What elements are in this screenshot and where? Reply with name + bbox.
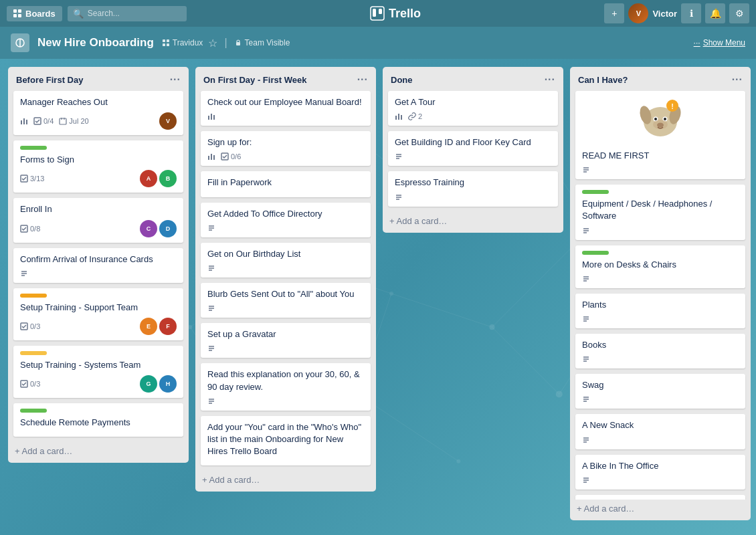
card-title: Get on Our Birthday List: [207, 248, 364, 260]
card-meta: 0/3 GH: [20, 375, 177, 393]
card-meta: [582, 315, 739, 323]
card-meta: [207, 264, 364, 272]
card-title: Setup Training - Systems Team: [20, 359, 177, 371]
column-cards: Manager Reaches Out 0/4 Jul 20 V Forms t…: [8, 91, 189, 442]
settings-button[interactable]: ⚙: [729, 3, 749, 23]
card[interactable]: Forms to Sign 3/13 AB: [13, 140, 183, 193]
card-meta: [207, 344, 364, 352]
card[interactable]: Manager Reaches Out 0/4 Jul 20 V: [13, 91, 183, 135]
column-menu-icon[interactable]: ···: [170, 74, 181, 86]
card[interactable]: Setup Training - Systems Team 0/3 GH: [13, 346, 183, 398]
card-label: [582, 251, 609, 255]
column-menu-icon[interactable]: ···: [357, 74, 368, 86]
mini-avatar: G: [140, 375, 157, 393]
column-title: Can I Have?: [578, 75, 628, 85]
board-title[interactable]: New Hire Onboarding: [37, 36, 154, 49]
card-avatars: GH: [140, 375, 177, 393]
card-title: Get Added To Office Directory: [207, 208, 364, 220]
card-title: Schedule Remote Payments: [20, 417, 177, 429]
card-title: Manager Reaches Out: [20, 96, 177, 108]
search-input[interactable]: [88, 9, 181, 18]
card[interactable]: Sign up for: 0/6: [201, 131, 371, 166]
card-meta: [207, 397, 364, 405]
column-header: On First Day - First Week ···: [195, 67, 376, 91]
board-actions: ··· Show Menu: [694, 38, 745, 47]
card-title: Blurb Gets Sent Out to "All" about You: [207, 288, 364, 300]
card[interactable]: Setup Training - Support Team 0/3 EF: [13, 288, 183, 340]
mini-avatar: D: [159, 220, 177, 237]
mini-avatar: V: [159, 112, 177, 130]
card[interactable]: Enroll In 0/8 CD: [13, 198, 183, 242]
card[interactable]: Fill in Paperwork: [201, 171, 371, 197]
card[interactable]: Set up a Gravatar: [201, 323, 371, 358]
card[interactable]: Schedule Remote Payments: [13, 403, 183, 437]
add-card-button[interactable]: + Add a card…: [8, 442, 189, 463]
description-badge: [582, 315, 590, 323]
card-meta: [582, 166, 739, 174]
card[interactable]: Espresso Training: [388, 171, 558, 206]
column-cards: ! READ ME FIRST Equipment / Desk / Headp…: [570, 91, 751, 500]
card[interactable]: Get on Our Birthday List: [201, 243, 371, 278]
card[interactable]: Read this explanation on your 30, 60, & …: [201, 363, 371, 410]
column-title: Before First Day: [16, 75, 83, 85]
svg-rect-1: [373, 9, 376, 17]
card[interactable]: Equipment / Desk / Headphones / Software: [575, 185, 745, 239]
card-title: A New Snack: [582, 419, 739, 431]
svg-rect-42: [60, 118, 66, 124]
checklist-badge: 0/3: [20, 380, 40, 388]
card-title: Fill in Paperwork: [207, 177, 364, 189]
svg-rect-74: [395, 116, 397, 120]
card[interactable]: A Bike In The Office: [575, 455, 745, 490]
boards-button[interactable]: Boards: [7, 6, 62, 21]
card[interactable]: Plants: [575, 294, 745, 328]
username-label[interactable]: Victor: [652, 9, 677, 19]
card-meta: [582, 355, 739, 363]
card-meta: [582, 436, 739, 444]
card[interactable]: Books: [575, 334, 745, 368]
card[interactable]: Get Building ID and Floor Key Card: [388, 131, 558, 166]
svg-rect-5: [163, 39, 165, 42]
card-avatars: AB: [140, 170, 177, 187]
column-menu-icon[interactable]: ···: [732, 74, 743, 86]
add-card-button[interactable]: + Add a card…: [383, 212, 563, 233]
checklist-badge: 0/8: [20, 225, 40, 233]
nav-center: Trello: [192, 6, 599, 21]
card[interactable]: Get A Tour 2: [388, 91, 558, 126]
info-button[interactable]: ℹ: [681, 3, 701, 23]
card-meta-left: [395, 152, 403, 160]
card[interactable]: A New Snack: [575, 414, 745, 449]
card-avatars: V: [159, 112, 177, 130]
card[interactable]: Add your "You" card in the "Who's Who" l…: [201, 416, 371, 466]
svg-rect-40: [26, 120, 27, 124]
checklist-badge: 0/4: [33, 117, 54, 125]
add-card-button[interactable]: + Add a card…: [570, 500, 751, 520]
card[interactable]: Swag: [575, 374, 745, 409]
card-meta-left: [395, 193, 403, 201]
card[interactable]: Get Added To Office Directory: [201, 203, 371, 237]
column-menu-icon[interactable]: ···: [545, 74, 555, 86]
board-header: New Hire Onboarding Travidux ☆ | Team Vi…: [0, 27, 756, 59]
user-avatar[interactable]: V: [628, 3, 648, 23]
add-card-button[interactable]: + Add a card…: [195, 471, 376, 492]
search-bar[interactable]: 🔍: [68, 6, 187, 21]
card-meta-left: [207, 112, 215, 120]
card[interactable]: Confirm Arrival of Insurance Cards: [13, 248, 183, 283]
card-meta-left: 0/6: [207, 152, 241, 160]
card[interactable]: Friends Visit for Lunch: [575, 495, 745, 500]
column-cards: Check out our Employee Manual Board! Sig…: [195, 91, 376, 471]
card[interactable]: Check out our Employee Manual Board!: [201, 91, 371, 126]
svg-point-88: [654, 118, 657, 120]
show-menu-button[interactable]: ··· Show Menu: [694, 38, 745, 47]
workspace-label: Travidux: [173, 38, 203, 47]
card[interactable]: ! READ ME FIRST: [575, 91, 745, 179]
card[interactable]: More on Desks & Chairs: [575, 245, 745, 288]
visibility-item[interactable]: Team Visible: [234, 38, 290, 47]
trello-logo-icon: [370, 6, 385, 21]
star-button[interactable]: ☆: [208, 37, 217, 49]
add-button[interactable]: +: [604, 3, 624, 23]
lock-icon: [234, 39, 242, 47]
card-meta: 0/3 EF: [20, 318, 177, 335]
notifications-button[interactable]: 🔔: [705, 3, 725, 23]
card[interactable]: Blurb Gets Sent Out to "All" about You: [201, 283, 371, 318]
workspace-item[interactable]: Travidux: [162, 38, 203, 47]
